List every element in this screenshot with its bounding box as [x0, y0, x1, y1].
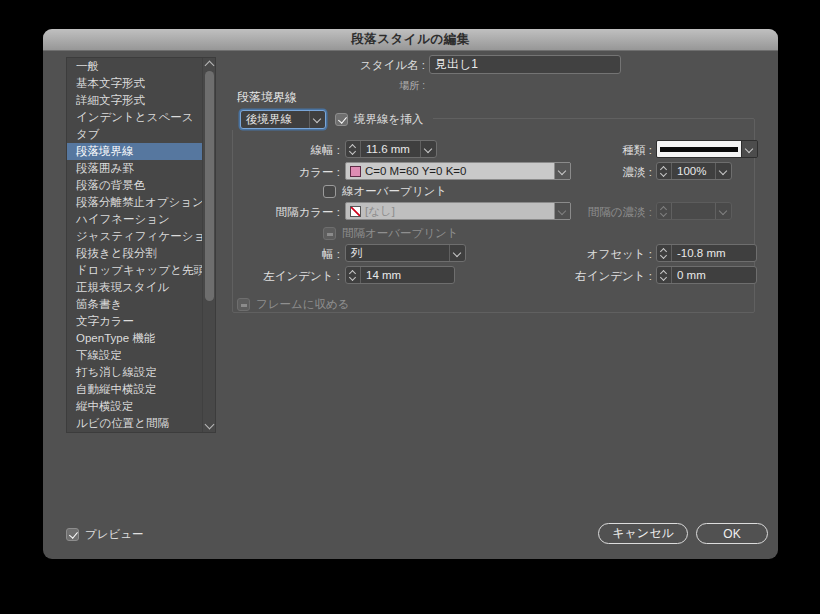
sidebar-item[interactable]: タブ	[67, 126, 215, 143]
gap-overprint-row: 間隔オーバープリント	[323, 226, 459, 241]
cancel-button[interactable]: キャンセル	[598, 523, 688, 544]
chevron-down-icon	[715, 203, 731, 219]
sidebar-item[interactable]: ドロップキャップと先頭文字スタイル	[67, 262, 215, 279]
sidebar-item[interactable]: 詳細文字形式	[67, 92, 215, 109]
style-name-input[interactable]	[429, 55, 621, 74]
scroll-down-icon[interactable]	[204, 420, 214, 430]
left-indent-value[interactable]: 14 mm	[361, 267, 454, 283]
stepper-icon	[657, 203, 672, 219]
rule-width-value: 列	[346, 245, 449, 261]
sidebar-item[interactable]: 自動縦中横設定	[67, 381, 215, 398]
chevron-down-icon	[449, 245, 465, 261]
sidebar-item[interactable]: ジャスティフィケーション	[67, 228, 215, 245]
sidebar-scrollbar[interactable]	[202, 58, 215, 432]
rule-color-select[interactable]: C=0 M=60 Y=0 K=0	[345, 162, 571, 180]
ok-button[interactable]: OK	[696, 523, 768, 544]
chevron-down-icon[interactable]	[420, 141, 436, 157]
sidebar-item[interactable]: ルビの位置と間隔	[67, 415, 215, 432]
keep-in-frame-label: フレームに収める	[256, 297, 350, 312]
location-label: 場所 :	[345, 79, 425, 93]
preview-label: プレビュー	[85, 527, 144, 542]
scroll-up-icon[interactable]	[204, 61, 214, 71]
left-indent-field[interactable]: 14 mm	[345, 266, 455, 284]
sidebar-item[interactable]: OpenType 機能	[67, 330, 215, 347]
scrollbar-thumb[interactable]	[205, 71, 214, 301]
sidebar-item[interactable]: 一般	[67, 58, 215, 75]
gap-tint-field	[656, 202, 732, 220]
gap-tint-value	[672, 203, 715, 219]
sidebar-item-paragraph-rules-selected[interactable]: 段落境界線	[67, 143, 215, 160]
sidebar-item[interactable]: 箇条書き	[67, 296, 215, 313]
gap-overprint-label: 間隔オーバープリント	[342, 226, 459, 241]
sidebar-item[interactable]: 正規表現スタイル	[67, 279, 215, 296]
stepper-icon[interactable]	[657, 267, 672, 283]
none-swatch-icon	[350, 206, 361, 217]
offset-field[interactable]: -10.8 mm	[656, 244, 757, 262]
sidebar-item[interactable]: インデントとスペース	[67, 109, 215, 126]
chevron-down-icon[interactable]	[741, 141, 757, 157]
type-label: 種類 :	[562, 143, 652, 158]
tint-value[interactable]: 100%	[672, 163, 715, 179]
rule-on-checkbox[interactable]	[335, 113, 348, 126]
sidebar-item[interactable]: 縦中横設定	[67, 398, 215, 415]
tint-label: 濃淡 :	[562, 165, 652, 180]
stepper-icon[interactable]	[657, 163, 672, 179]
sidebar-item[interactable]: 基本文字形式	[67, 75, 215, 92]
dialog-title: 段落スタイルの編集	[351, 31, 469, 48]
pink-swatch-icon	[350, 166, 361, 177]
gap-color-label: 間隔カラー :	[230, 205, 340, 220]
stroke-type-select[interactable]	[656, 140, 758, 158]
rule-position-value: 後境界線	[241, 111, 309, 128]
rule-width-select[interactable]: 列	[345, 244, 466, 262]
rule-legend-row: 後境界線 境界線を挿入	[232, 109, 433, 130]
sidebar-item[interactable]: 段抜きと段分割	[67, 245, 215, 262]
sidebar-item[interactable]: 下線設定	[67, 347, 215, 364]
overprint-stroke-checkbox[interactable]	[323, 185, 336, 198]
offset-value[interactable]: -10.8 mm	[672, 245, 756, 261]
weight-value[interactable]: 11.6 mm	[361, 141, 420, 157]
weight-label: 線幅 :	[250, 143, 340, 158]
chevron-down-icon	[309, 111, 325, 128]
rule-position-select[interactable]: 後境界線	[240, 110, 326, 129]
keep-in-frame-row: フレームに収める	[237, 297, 350, 312]
overprint-stroke-label: 線オーバープリント	[342, 184, 447, 199]
gap-tint-label: 間隔の濃淡 :	[542, 205, 652, 220]
sidebar-item[interactable]: ハイフネーション	[67, 211, 215, 228]
sidebar-item[interactable]: 打ち消し線設定	[67, 364, 215, 381]
preview-row[interactable]: プレビュー	[66, 527, 144, 542]
sidebar-item[interactable]: 文字カラー	[67, 313, 215, 330]
weight-field[interactable]: 11.6 mm	[345, 140, 437, 158]
style-name-label: スタイル名 :	[303, 58, 425, 73]
tint-field[interactable]: 100%	[656, 162, 732, 180]
stepper-icon[interactable]	[657, 245, 672, 261]
overprint-stroke-row[interactable]: 線オーバープリント	[323, 184, 447, 199]
gap-overprint-checkbox	[323, 227, 336, 240]
preview-checkbox[interactable]	[66, 528, 79, 541]
rule-color-value: C=0 M=60 Y=0 K=0	[365, 163, 554, 179]
keep-in-frame-checkbox	[237, 298, 250, 311]
sidebar-item[interactable]: 段落囲み罫	[67, 160, 215, 177]
sidebar-item[interactable]: 段落分離禁止オプション	[67, 194, 215, 211]
style-category-list: 一般 基本文字形式 詳細文字形式 インデントとスペース タブ 段落境界線 段落囲…	[66, 57, 216, 433]
color-label: カラー :	[250, 165, 340, 180]
edit-paragraph-style-dialog: 段落スタイルの編集 一般 基本文字形式 詳細文字形式 インデントとスペース タブ…	[43, 29, 778, 559]
left-indent-label: 左インデント :	[230, 269, 340, 284]
rule-on-label: 境界線を挿入	[354, 112, 423, 127]
dialog-titlebar[interactable]: 段落スタイルの編集	[43, 29, 778, 51]
width-label: 幅 :	[270, 247, 340, 262]
stepper-icon[interactable]	[346, 141, 361, 157]
chevron-down-icon[interactable]	[715, 163, 731, 179]
right-indent-field[interactable]: 0 mm	[656, 266, 757, 284]
section-title: 段落境界線	[237, 89, 297, 106]
sidebar-item[interactable]: 段落の背景色	[67, 177, 215, 194]
right-indent-value[interactable]: 0 mm	[672, 267, 756, 283]
gap-color-value: [なし]	[365, 203, 554, 219]
solid-stroke-preview-icon	[657, 141, 741, 157]
offset-label: オフセット :	[552, 247, 652, 262]
gap-color-select: [なし]	[345, 202, 571, 220]
rule-on-checkbox-row[interactable]: 境界線を挿入	[335, 112, 423, 127]
right-indent-label: 右インデント :	[542, 269, 652, 284]
stepper-icon[interactable]	[346, 267, 361, 283]
